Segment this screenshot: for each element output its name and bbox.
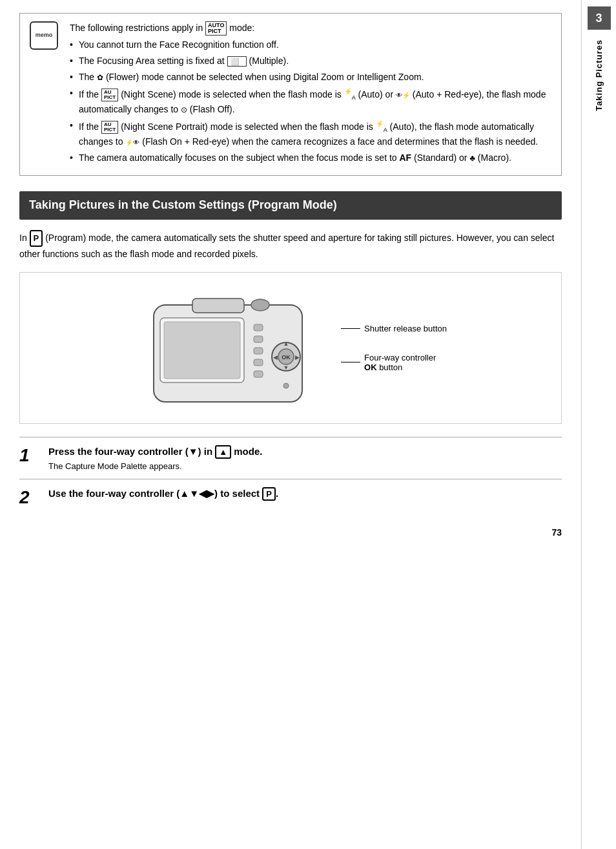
night-scene-icon: AUPICT (101, 89, 118, 101)
memo-item-2: The Focusing Area setting is fixed at ⬜ … (70, 54, 551, 68)
step-1-title: Press the four-way controller (▼) in ▲ m… (48, 445, 562, 459)
memo-item-6: The camera automatically focuses on the … (70, 151, 551, 165)
memo-content: The following restrictions apply in AUTO… (70, 21, 551, 167)
memo-item-4: If the AUPICT (Night Scene) mode is sele… (70, 87, 551, 116)
memo-item-5: If the AUPICT (Night Scene Portrait) mod… (70, 119, 551, 149)
camera-svg: OK ▲ ▼ ◀ ▶ (134, 286, 328, 408)
shutter-label: Shutter release button (341, 324, 447, 333)
step-2-content: Use the four-way controller (▲▼◀▶) to se… (48, 487, 562, 503)
p-mode-icon: P (30, 230, 43, 247)
fourway-label: Four-way controller OK button (341, 353, 447, 372)
step-2-title: Use the four-way controller (▲▼◀▶) to se… (48, 487, 562, 501)
step-1-number: 1 (19, 446, 39, 465)
svg-text:◀: ◀ (273, 354, 278, 361)
diagram-labels: Shutter release button Four-way controll… (341, 324, 447, 372)
memo-list: You cannot turn the Face Recognition fun… (70, 38, 551, 165)
chapter-title: Taking Pictures (594, 39, 604, 111)
right-sidebar-tab: 3 Taking Pictures (581, 0, 616, 849)
svg-point-16 (251, 299, 269, 311)
svg-rect-5 (254, 336, 263, 342)
svg-text:▼: ▼ (283, 364, 289, 371)
svg-text:▲: ▲ (283, 341, 289, 347)
section-title: Taking Pictures in the Custom Settings (… (29, 198, 552, 213)
svg-rect-3 (164, 322, 240, 379)
auto-pict-icon: AUTOPICT (205, 21, 227, 36)
fourway-label-line (341, 362, 360, 362)
svg-rect-8 (254, 371, 263, 377)
svg-rect-1 (192, 299, 244, 313)
camera-diagram-box: OK ▲ ▼ ◀ ▶ Shutter release button (19, 272, 562, 424)
memo-box: memo The following restrictions apply in… (19, 13, 562, 176)
night-portrait-icon: AUPICT (101, 121, 118, 134)
step-2: 2 Use the four-way controller (▲▼◀▶) to … (19, 479, 562, 514)
page-number: 73 (19, 527, 562, 538)
camera-mode-icon: ▲ (215, 445, 231, 459)
memo-intro: The following restrictions apply in AUTO… (70, 21, 551, 36)
step-1-content: Press the four-way controller (▼) in ▲ m… (48, 445, 562, 471)
step-1: 1 Press the four-way controller (▼) in ▲… (19, 437, 562, 479)
camera-illustration: OK ▲ ▼ ◀ ▶ (134, 286, 328, 410)
main-content: memo The following restrictions apply in… (0, 0, 581, 849)
fourway-label-text: Four-way controller OK button (364, 353, 436, 372)
svg-rect-4 (254, 324, 263, 331)
svg-rect-6 (254, 348, 263, 354)
body-text: In P (Program) mode, the camera automati… (19, 230, 562, 262)
section-header: Taking Pictures in the Custom Settings (… (19, 191, 562, 219)
step-1-desc: The Capture Mode Palette appears. (48, 461, 562, 471)
svg-rect-7 (254, 359, 263, 366)
memo-item-1: You cannot turn the Face Recognition fun… (70, 38, 551, 52)
memo-icon-inner: memo (30, 21, 58, 50)
svg-text:OK: OK (282, 354, 291, 361)
shutter-label-line (341, 328, 360, 329)
memo-item-3: The ✿ (Flower) mode cannot be selected w… (70, 70, 551, 84)
memo-icon: memo (30, 21, 62, 54)
step-2-number: 2 (19, 488, 39, 507)
p-mode-select-icon: P (262, 487, 276, 501)
chapter-number: 3 (588, 6, 611, 30)
svg-text:▶: ▶ (295, 354, 300, 361)
shutter-label-text: Shutter release button (364, 324, 447, 333)
svg-point-17 (283, 383, 289, 388)
